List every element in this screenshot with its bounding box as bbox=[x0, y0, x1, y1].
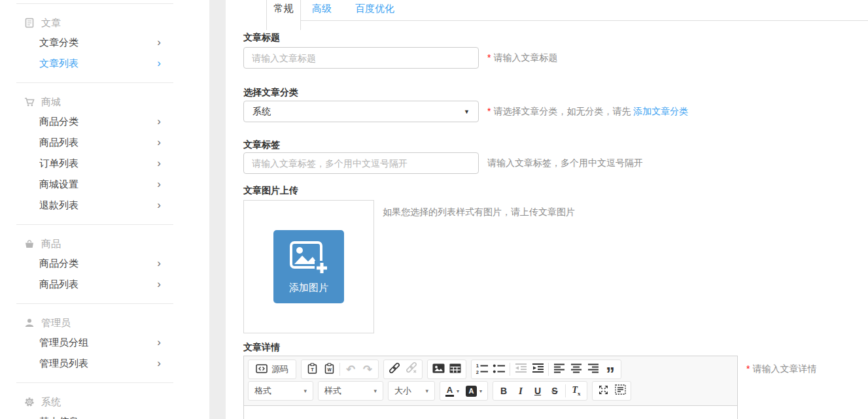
toolbar-separator bbox=[548, 363, 549, 376]
outdent-icon bbox=[515, 363, 527, 376]
numbered-list-icon: 12 bbox=[476, 363, 489, 377]
add-image-button-label: 添加图片 bbox=[289, 282, 328, 294]
sidebar-group-label: 管理员 bbox=[41, 317, 71, 329]
sidebar-item-goods-list[interactable]: 商品列表 › bbox=[0, 274, 209, 295]
sidebar-item-article-category[interactable]: 文章分类 › bbox=[0, 32, 209, 53]
tab-general[interactable]: 常规 bbox=[266, 0, 301, 30]
undo-button[interactable]: ↶ bbox=[342, 361, 359, 378]
caret-down-icon: ▾ bbox=[373, 388, 377, 394]
editor-content-area[interactable] bbox=[244, 405, 737, 419]
chevron-right-icon: › bbox=[157, 53, 161, 74]
sidebar-item-admin-group[interactable]: 管理员分组 › bbox=[0, 332, 209, 353]
svg-text:T: T bbox=[311, 367, 314, 373]
article-category-select[interactable]: 系统 ▼ bbox=[243, 101, 479, 122]
link-button[interactable] bbox=[386, 361, 403, 378]
sidebar-item-mall-settings[interactable]: 商城设置 › bbox=[0, 174, 209, 195]
sidebar-group-article: 文章 文章分类 › 文章列表 › bbox=[0, 15, 209, 74]
rich-text-editor: 源码 T W bbox=[243, 356, 738, 419]
chevron-right-icon: › bbox=[157, 174, 161, 195]
maximize-icon bbox=[598, 384, 609, 398]
italic-button[interactable]: I bbox=[512, 382, 529, 399]
basket-icon bbox=[24, 239, 35, 250]
bulleted-list-button[interactable] bbox=[491, 361, 508, 378]
add-article-category-link[interactable]: 添加文章分类 bbox=[633, 106, 688, 116]
bg-color-button[interactable]: A ▾ bbox=[462, 382, 485, 399]
main-content: 常规 高级 百度优化 文章标题 *请输入文章标题 选择文章分类 系统 ▼ *请选… bbox=[226, 0, 868, 419]
bg-color-icon: A bbox=[466, 386, 477, 397]
image-upload-box[interactable]: 添加图片 bbox=[243, 200, 374, 333]
unlink-icon bbox=[405, 362, 418, 377]
sidebar-item-basic-info[interactable]: 基本信息 › bbox=[0, 411, 209, 419]
underline-icon: U bbox=[534, 386, 541, 396]
align-left-button[interactable] bbox=[551, 361, 568, 378]
cart-icon bbox=[24, 97, 35, 108]
article-category-label: 选择文章分类 bbox=[243, 86, 868, 99]
sidebar-group-label: 商城 bbox=[41, 96, 61, 109]
blockquote-button[interactable]: ” bbox=[602, 361, 619, 378]
insert-table-button[interactable] bbox=[447, 361, 464, 378]
redo-button[interactable]: ↷ bbox=[359, 361, 376, 378]
caret-down-icon: ▾ bbox=[457, 388, 459, 394]
unlink-button[interactable] bbox=[403, 361, 420, 378]
article-image-label: 文章图片上传 bbox=[243, 184, 868, 197]
insert-image-button[interactable] bbox=[430, 361, 447, 378]
chevron-right-icon: › bbox=[157, 195, 161, 216]
sidebar-item-product-list[interactable]: 商品列表 › bbox=[0, 132, 209, 153]
divider bbox=[16, 3, 173, 4]
sidebar-item-admin-list[interactable]: 管理员列表 › bbox=[0, 353, 209, 374]
source-button[interactable]: 源码 bbox=[251, 363, 294, 375]
underline-button[interactable]: U bbox=[529, 382, 546, 399]
sidebar-item-order-list[interactable]: 订单列表 › bbox=[0, 153, 209, 174]
sidebar-group-admin: 管理员 管理员分组 › 管理员列表 › bbox=[0, 315, 209, 374]
sidebar-group-header-admin[interactable]: 管理员 bbox=[24, 315, 209, 331]
format-dropdown[interactable]: 格式 ▾ bbox=[248, 381, 313, 401]
bold-button[interactable]: B bbox=[495, 382, 512, 399]
sidebar-group-header-article[interactable]: 文章 bbox=[24, 15, 209, 31]
indent-button[interactable] bbox=[529, 361, 546, 378]
tab-advanced[interactable]: 高级 bbox=[312, 3, 332, 15]
sidebar-item-article-list[interactable]: 文章列表 › bbox=[0, 53, 209, 74]
sidebar-item-refund-list[interactable]: 退款列表 › bbox=[0, 195, 209, 216]
strikethrough-button[interactable]: S bbox=[546, 382, 563, 399]
paste-word-button[interactable]: W bbox=[321, 361, 338, 378]
article-tags-input[interactable] bbox=[243, 152, 479, 174]
sidebar-item-product-category[interactable]: 商品分类 › bbox=[0, 111, 209, 132]
sidebar-group-header-mall[interactable]: 商城 bbox=[24, 94, 209, 110]
remove-format-button[interactable]: Tx bbox=[568, 382, 585, 399]
sidebar-group-goods: 商品 商品分类 › 商品列表 › bbox=[0, 236, 209, 295]
required-mark: * bbox=[746, 363, 750, 374]
table-icon bbox=[449, 363, 461, 376]
tab-bar-border bbox=[266, 20, 868, 21]
select-arrow-icon: ▼ bbox=[464, 109, 470, 115]
sidebar-item-goods-category[interactable]: 商品分类 › bbox=[0, 253, 209, 274]
align-center-button[interactable] bbox=[568, 361, 585, 378]
sidebar-group-system: 系统 基本信息 › bbox=[0, 394, 209, 419]
chevron-right-icon: › bbox=[157, 132, 161, 153]
size-dropdown[interactable]: 大小 ▾ bbox=[388, 381, 435, 401]
chevron-right-icon: › bbox=[157, 111, 161, 132]
align-right-icon bbox=[587, 363, 599, 376]
outdent-button[interactable] bbox=[512, 361, 529, 378]
align-center-icon bbox=[570, 363, 582, 376]
paste-text-button[interactable]: T bbox=[304, 361, 321, 378]
indent-icon bbox=[532, 363, 544, 376]
add-image-button[interactable]: 添加图片 bbox=[273, 230, 344, 303]
article-title-input[interactable] bbox=[243, 47, 479, 69]
tab-baidu-seo[interactable]: 百度优化 bbox=[355, 3, 394, 15]
caret-down-icon: ▾ bbox=[304, 388, 307, 394]
numbered-list-button[interactable]: 12 bbox=[474, 361, 491, 378]
article-content-label: 文章详情 bbox=[243, 341, 868, 354]
show-blocks-button[interactable] bbox=[612, 382, 629, 399]
style-dropdown[interactable]: 样式 ▾ bbox=[318, 381, 383, 401]
sidebar-group-mall: 商城 商品分类 › 商品列表 › 订单列表 › 商城设置 › 退款列表 › bbox=[0, 94, 209, 216]
sidebar: 文章 文章分类 › 文章列表 › 商城 商品分类 › 商品列表 › 订单列表 › bbox=[0, 0, 209, 419]
image-icon bbox=[432, 363, 445, 376]
text-color-button[interactable]: A ▾ bbox=[442, 382, 462, 399]
source-code-icon bbox=[256, 364, 268, 375]
sidebar-group-header-goods[interactable]: 商品 bbox=[24, 236, 209, 252]
redo-icon: ↷ bbox=[363, 364, 372, 375]
editor-toolbar: 源码 T W bbox=[244, 356, 737, 405]
sidebar-group-header-system[interactable]: 系统 bbox=[24, 394, 209, 410]
maximize-button[interactable] bbox=[595, 382, 612, 399]
align-right-button[interactable] bbox=[585, 361, 602, 378]
